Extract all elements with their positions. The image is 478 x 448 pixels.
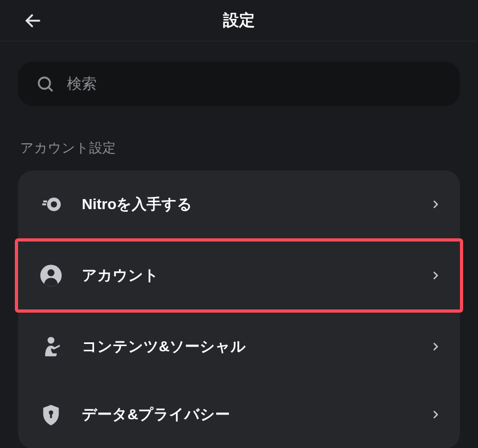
settings-row-content-social[interactable]: コンテンツ&ソーシャル (18, 313, 460, 381)
nitro-icon (39, 193, 63, 216)
svg-line-2 (48, 87, 52, 90)
svg-point-4 (51, 201, 57, 208)
search-input[interactable]: 検索 (18, 62, 460, 106)
chevron-right-icon (430, 341, 441, 352)
chevron-right-icon (430, 270, 441, 281)
social-icon (39, 335, 63, 358)
svg-rect-9 (50, 414, 52, 418)
settings-row-label: コンテンツ&ソーシャル (82, 337, 430, 357)
settings-row-label: アカウント (82, 265, 430, 286)
search-icon (36, 75, 54, 93)
search-placeholder: 検索 (67, 74, 97, 94)
section-label: アカウント設定 (20, 139, 460, 157)
settings-row-nitro[interactable]: Nitroを入手する (18, 170, 460, 238)
svg-point-7 (48, 337, 55, 344)
chevron-right-icon (430, 199, 441, 210)
person-icon (39, 264, 63, 287)
header: 設定 (0, 0, 478, 41)
svg-point-6 (47, 269, 54, 276)
back-button[interactable] (21, 9, 45, 32)
arrow-left-icon (23, 11, 42, 30)
settings-row-data-privacy[interactable]: データ&プライバシー (18, 381, 460, 448)
shield-icon (39, 403, 63, 426)
settings-row-account[interactable]: アカウント (15, 238, 463, 313)
content: 検索 アカウント設定 Nitroを入手する (0, 41, 478, 448)
chevron-right-icon (430, 409, 441, 420)
page-title: 設定 (223, 10, 255, 31)
settings-row-label: データ&プライバシー (82, 404, 430, 425)
settings-list: Nitroを入手する アカウント (18, 170, 460, 448)
settings-row-label: Nitroを入手する (82, 194, 430, 214)
